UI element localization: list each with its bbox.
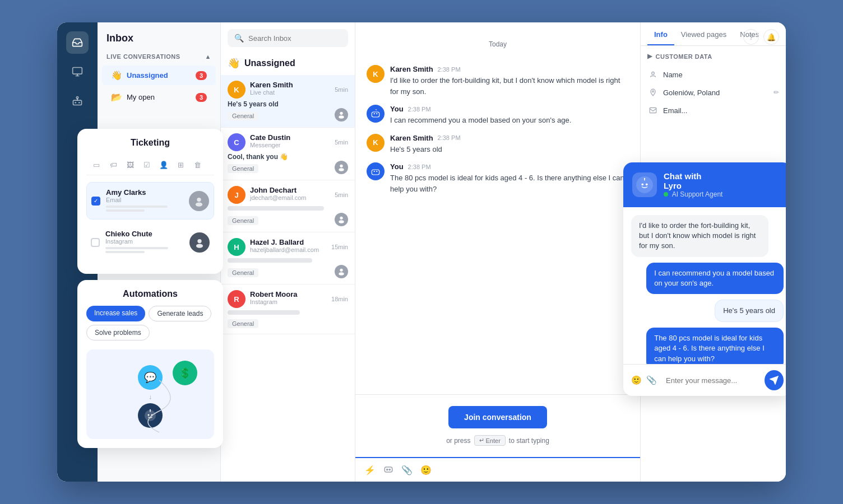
toolbar-person-icon[interactable]: 👤: [157, 158, 170, 171]
toolbar-img-icon[interactable]: 🖼: [123, 158, 137, 171]
data-row-email: Email...: [647, 101, 779, 119]
svg-point-40: [646, 183, 648, 185]
msg-author-4: You: [390, 162, 404, 171]
msg-avatar-2: [367, 105, 385, 123]
conv-item-1[interactable]: K Karen Smith Live chat 5min He's 5 year…: [221, 75, 355, 128]
svg-point-24: [340, 269, 342, 272]
lyro-send-button[interactable]: [765, 370, 784, 390]
svg-point-33: [387, 469, 388, 470]
conv-details-5: Robert Moora Instagram: [250, 290, 298, 305]
ticket-item-2[interactable]: Chieko Chute Instagram: [86, 224, 214, 260]
conv-avatar-5: R: [228, 290, 246, 308]
chat-msg-4: You 2:38 PM The 80 pcs model is ideal fo…: [367, 162, 629, 194]
conv-name-5: Robert Moora: [250, 290, 298, 298]
msg-avatar-4: [367, 162, 385, 180]
toolbar-trash-icon[interactable]: 🗑: [191, 158, 204, 171]
unassigned-header: 👋 Unassigned: [221, 52, 355, 75]
toolbar-bot-icon[interactable]: [383, 464, 393, 476]
unassigned-emoji-icon: 👋: [111, 70, 122, 81]
flow-arrow: ↓: [149, 393, 152, 401]
ticket-info-2: Chieko Chute Instagram: [105, 230, 184, 255]
join-conversation-button[interactable]: Join conversation: [448, 406, 547, 428]
lyro-attach-icon[interactable]: 📎: [646, 375, 657, 385]
conv-name-4: Hazel J. Ballard: [250, 238, 319, 246]
lyro-subtitle: AI Support Agent: [664, 190, 722, 198]
lyro-message-input[interactable]: [666, 376, 760, 385]
toolbar-emoji-icon[interactable]: 🙂: [420, 465, 432, 475]
msg-header-1: Karen Smith 2:38 PM: [390, 65, 629, 73]
lyro-messages: I'd like to order the fort-building kit,…: [623, 207, 786, 364]
sidebar-bot-icon[interactable]: [66, 90, 89, 112]
name-icon: [647, 69, 659, 80]
panel-bell-icon[interactable]: 🔔: [763, 29, 779, 45]
svg-point-4: [76, 97, 78, 99]
conv-details-3: John Dechart jdechart@email.com: [250, 186, 306, 201]
svg-rect-0: [73, 68, 82, 74]
unassigned-label: Unassigned: [127, 71, 191, 80]
svg-point-23: [339, 220, 344, 223]
automation-tags: Increase sales Generate leads Solve prob…: [86, 306, 214, 340]
conv-item-5[interactable]: R Robert Moora Instagram 18min General: [221, 284, 355, 334]
auto-tag-problems[interactable]: Solve problems: [86, 325, 150, 340]
conv-item-4[interactable]: H Hazel J. Ballard hazeljballard@email.c…: [221, 232, 355, 284]
svg-point-19: [339, 115, 344, 118]
sidebar-inbox-icon[interactable]: [66, 31, 89, 54]
auto-tag-sales[interactable]: Increase sales: [86, 306, 145, 321]
lyro-input-area: 🙂 📎: [623, 364, 786, 396]
search-input[interactable]: [248, 34, 341, 43]
conv-time-1: 5min: [335, 86, 348, 93]
tab-info[interactable]: Info: [647, 22, 674, 45]
svg-point-22: [340, 217, 342, 220]
conv-channel-4: hazeljballard@email.com: [250, 246, 319, 253]
join-hint-prefix: or press: [446, 437, 470, 445]
conv-top-4: H Hazel J. Ballard hazeljballard@email.c…: [228, 238, 348, 256]
sidebar-item-myopen[interactable]: 📂 My open 3: [102, 87, 216, 107]
lyro-info: Chat with Lyro AI Support Agent: [664, 171, 722, 198]
flow-node-money: 💲: [173, 361, 197, 385]
inbox-title: Inbox: [98, 22, 220, 49]
data-name-value: Name: [663, 71, 779, 79]
conv-avatar-3: J: [228, 186, 246, 204]
toolbar-tag-icon[interactable]: 🏷: [106, 158, 120, 171]
conv-name-3: John Dechart: [250, 186, 306, 194]
conv-tag-3: General: [228, 216, 258, 225]
join-hint: or press ↵ Enter to start typing: [446, 435, 549, 446]
toolbar-check-icon[interactable]: ☑: [140, 158, 154, 171]
conv-channel-2: Messenger: [250, 142, 290, 148]
panel-help-icon[interactable]: ?: [743, 29, 759, 45]
conv-item-3[interactable]: J John Dechart jdechart@email.com 5min G…: [221, 180, 355, 232]
search-input-wrap[interactable]: 🔍: [228, 29, 348, 47]
sidebar-item-unassigned[interactable]: 👋 Unassigned 3: [102, 66, 216, 85]
lyro-emoji-icon[interactable]: 🙂: [631, 375, 642, 385]
ticket-avatar-2: [189, 232, 210, 253]
data-row-name: Name: [647, 66, 779, 83]
conv-time-4: 15min: [331, 244, 348, 250]
conv-channel-5: Instagram: [250, 298, 298, 305]
msg-content-4: You 2:38 PM The 80 pcs model is ideal fo…: [390, 162, 629, 194]
svg-point-17: [150, 409, 151, 410]
location-edit-icon[interactable]: ✏: [773, 88, 779, 96]
toolbar-attach-icon[interactable]: 📎: [401, 465, 413, 475]
ticket-checkbox-1[interactable]: ✓: [91, 197, 100, 206]
tab-viewed-pages[interactable]: Viewed pages: [674, 22, 733, 45]
automations-title: Automations: [86, 289, 214, 299]
toolbar-rect-icon[interactable]: ▭: [90, 158, 103, 171]
lyro-msg-3: He's 5 years old: [715, 300, 784, 322]
toolbar-plus-icon[interactable]: ⊞: [174, 158, 187, 171]
conv-details-2: Cate Dustin Messenger: [250, 133, 290, 148]
ticket-checkbox-2[interactable]: [91, 238, 100, 247]
toolbar-lightning-icon[interactable]: ⚡: [364, 465, 376, 475]
conv-top-5: R Robert Moora Instagram 18min: [228, 290, 348, 308]
conv-top-1: K Karen Smith Live chat 5min: [228, 81, 348, 99]
conv-avatar-2: C: [228, 133, 246, 151]
data-row-location: Goleniów, Poland ✏: [647, 83, 779, 101]
sidebar-monitor-icon[interactable]: [66, 60, 89, 83]
ticket-item[interactable]: ✓ Amy Clarks Email: [86, 182, 214, 220]
conv-item-2[interactable]: C Cate Dustin Messenger 5min Cool, thank…: [221, 128, 355, 180]
conv-footer-2: General: [228, 161, 348, 174]
auto-tag-leads[interactable]: Generate leads: [149, 306, 211, 321]
ticket-avatar-1: [189, 191, 209, 211]
svg-point-30: [376, 171, 377, 172]
conv-preview-1: He's 5 years old: [228, 100, 348, 108]
svg-point-13: [196, 244, 203, 248]
